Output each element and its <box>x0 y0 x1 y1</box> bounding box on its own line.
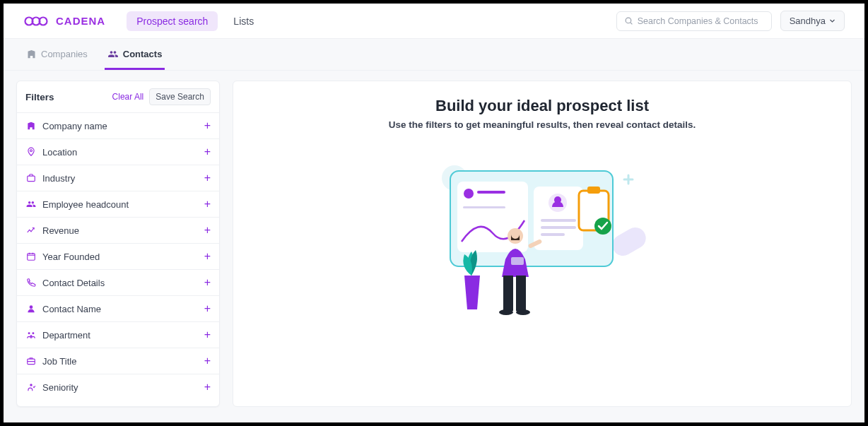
jobtitle-icon <box>25 356 37 366</box>
filter-label: Department <box>42 330 90 341</box>
svg-point-34 <box>499 309 513 315</box>
nav-lists[interactable]: Lists <box>223 11 264 31</box>
svg-point-9 <box>28 332 30 334</box>
plus-icon: + <box>204 381 211 394</box>
filter-row[interactable]: Location+ <box>17 138 219 165</box>
phone-icon <box>25 278 37 288</box>
filter-label: Seniority <box>42 382 78 393</box>
calendar-icon <box>25 252 37 261</box>
plus-icon: + <box>204 146 211 158</box>
global-search[interactable] <box>616 11 772 31</box>
tab-contacts[interactable]: Contacts <box>105 39 165 70</box>
brand-name: CADENA <box>56 15 105 27</box>
main-title: Build your ideal prospect list <box>435 97 649 115</box>
plus-icon: + <box>204 302 211 315</box>
svg-point-5 <box>30 150 33 152</box>
filter-label: Contact Name <box>42 304 101 314</box>
chevron-down-icon <box>829 18 835 24</box>
building-icon <box>26 49 37 59</box>
search-icon <box>624 16 633 25</box>
user-menu-button[interactable]: Sandhya <box>780 11 845 31</box>
clear-all-link[interactable]: Clear All <box>112 92 144 102</box>
plus-icon: + <box>204 172 211 184</box>
briefcase-icon <box>25 173 37 183</box>
filter-row[interactable]: Revenue+ <box>17 217 219 243</box>
tab-companies[interactable]: Companies <box>23 39 90 70</box>
main-content: Build your ideal prospect list Use the f… <box>233 81 852 407</box>
contacts-icon <box>107 49 119 59</box>
svg-rect-15 <box>609 224 650 260</box>
trend-icon <box>25 225 37 235</box>
filter-label: Contact Details <box>42 278 105 288</box>
nav-prospect-search[interactable]: Prospect search <box>127 11 218 31</box>
filter-label: Company name <box>42 121 107 131</box>
logo-mark-icon <box>23 16 52 27</box>
building-icon <box>25 121 37 131</box>
filter-row[interactable]: Company name+ <box>17 112 219 138</box>
plus-icon: + <box>204 355 211 367</box>
svg-rect-25 <box>541 226 576 229</box>
svg-point-30 <box>508 228 523 244</box>
filter-label: Job Title <box>42 356 76 367</box>
location-icon <box>25 147 37 157</box>
svg-rect-28 <box>587 187 600 194</box>
filter-row[interactable]: Year Founded+ <box>17 243 219 269</box>
search-input[interactable] <box>638 16 764 26</box>
plus-icon: + <box>204 198 211 211</box>
filter-row[interactable]: Contact Details+ <box>17 269 219 295</box>
brand-logo: CADENA <box>23 15 105 27</box>
svg-point-10 <box>32 332 34 334</box>
filter-label: Location <box>42 147 77 158</box>
filter-row[interactable]: Industry+ <box>17 165 219 191</box>
filter-row[interactable]: Seniority+ <box>17 374 219 400</box>
filter-label: Employee headcount <box>42 199 129 210</box>
person-icon <box>25 304 37 314</box>
filter-row[interactable]: Employee headcount+ <box>17 191 219 217</box>
entity-tabs: Companies Contacts <box>23 39 845 70</box>
svg-rect-24 <box>541 219 576 222</box>
plus-icon: + <box>204 276 211 289</box>
filter-label: Year Founded <box>42 252 100 262</box>
filters-panel: Filters Clear All Save Search Company na… <box>16 81 220 407</box>
main-subtitle: Use the filters to get meaningful result… <box>389 119 696 130</box>
svg-point-18 <box>464 189 474 199</box>
svg-rect-20 <box>463 206 505 208</box>
tab-companies-label: Companies <box>41 49 88 59</box>
save-search-button[interactable]: Save Search <box>149 88 211 105</box>
filter-row[interactable]: Department+ <box>17 321 219 348</box>
svg-point-13 <box>30 384 33 386</box>
top-nav: CADENA Prospect search Lists Sandhya <box>4 4 864 39</box>
svg-rect-6 <box>28 176 35 182</box>
svg-point-8 <box>30 305 33 309</box>
svg-point-35 <box>516 309 530 315</box>
svg-rect-19 <box>477 191 505 194</box>
hero-illustration <box>422 150 662 326</box>
user-name: Sandhya <box>790 16 826 26</box>
filters-title: Filters <box>25 92 54 102</box>
svg-rect-32 <box>503 276 513 311</box>
dept-icon <box>25 330 37 340</box>
svg-rect-36 <box>511 257 524 265</box>
seniority-icon <box>25 382 37 392</box>
svg-point-3 <box>626 18 631 23</box>
svg-rect-33 <box>516 276 526 311</box>
svg-line-4 <box>631 23 632 24</box>
svg-rect-26 <box>541 233 565 236</box>
plus-icon: + <box>204 119 211 132</box>
filter-row[interactable]: Job Title+ <box>17 348 219 374</box>
people-icon <box>25 199 37 209</box>
plus-icon: + <box>204 329 211 341</box>
filter-label: Revenue <box>42 225 79 236</box>
svg-rect-7 <box>28 254 35 260</box>
tab-contacts-label: Contacts <box>123 49 163 59</box>
filter-label: Industry <box>42 173 75 184</box>
plus-icon: + <box>204 250 211 263</box>
plus-icon: + <box>204 224 211 237</box>
filter-row[interactable]: Contact Name+ <box>17 295 219 321</box>
